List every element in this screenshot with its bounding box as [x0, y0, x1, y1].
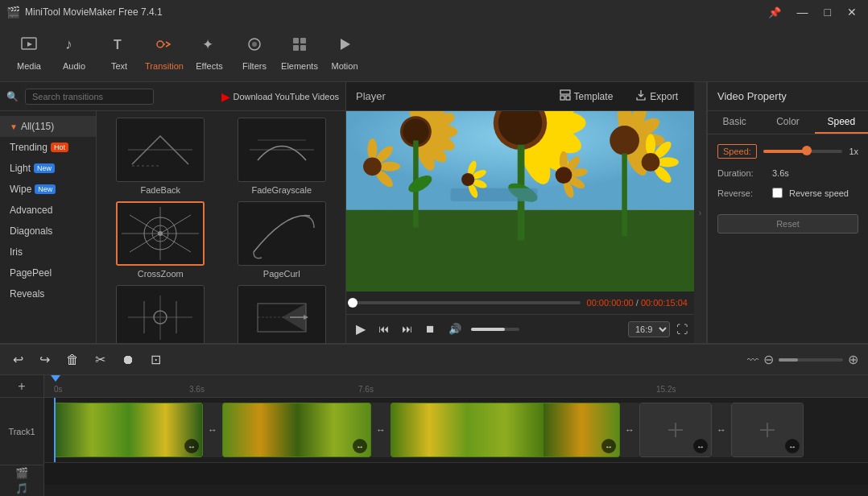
clip2-swap-button[interactable]: ↔ — [353, 439, 367, 453]
progress-area: 00:00:00:00 / 00:00:15:04 — [346, 291, 694, 314]
template-button[interactable]: Template — [553, 86, 620, 106]
toolbar-elements[interactable]: Elements — [277, 29, 322, 77]
video-clip-1[interactable]: ↔ — [54, 403, 203, 457]
media-label: Media — [17, 61, 41, 71]
category-diagonals[interactable]: Diagonals — [0, 221, 96, 242]
hot-badge: Hot — [51, 143, 68, 152]
svg-point-94 — [556, 167, 572, 184]
record-button[interactable]: ⏺ — [118, 349, 138, 370]
clip1-swap-button[interactable]: ↔ — [184, 439, 199, 453]
export-button[interactable]: Export — [629, 86, 684, 106]
category-advanced[interactable]: Advanced — [0, 200, 96, 221]
elements-icon — [291, 35, 308, 58]
minimize-button[interactable]: — — [792, 4, 813, 20]
category-trending[interactable]: Trending Hot — [0, 137, 96, 158]
category-wipe[interactable]: Wipe New — [0, 179, 96, 200]
video-clip-3[interactable]: ↔ — [391, 403, 620, 457]
video-track-icon: 🎬 — [15, 467, 28, 479]
zoom-out-button[interactable]: ⊖ — [763, 352, 774, 367]
transition-burn[interactable]: Burn — [103, 285, 218, 343]
toolbar-transition[interactable]: Transition — [142, 29, 187, 77]
toolbar-media[interactable]: Media — [6, 29, 52, 77]
zoom-in-button[interactable]: ⊕ — [848, 352, 858, 367]
transition-label: Transition — [145, 61, 184, 71]
toolbar-filters[interactable]: Filters — [232, 29, 277, 77]
speed-slider[interactable] — [763, 150, 843, 153]
motion-label: Motion — [331, 61, 358, 71]
transition-between-3-4[interactable]: ↔ — [620, 403, 639, 457]
track-labels: + Track1 🎬 🎵 — [0, 375, 44, 496]
toolbar-text[interactable]: T Text — [97, 29, 142, 77]
cut-button[interactable]: ✂ — [92, 349, 109, 370]
add-track-button[interactable]: + — [18, 379, 25, 394]
svg-point-4 — [157, 41, 163, 48]
tab-color[interactable]: Color — [761, 111, 814, 134]
time-marker-36: 3.6s — [189, 385, 205, 394]
transition-fadegrayscale[interactable]: FadeGrayscale — [225, 118, 340, 195]
transition-crosszoom[interactable]: CrossZoom — [103, 201, 218, 279]
download-button[interactable]: ▶ Download YouTube Videos — [221, 90, 340, 103]
fadegrayscale-thumb — [238, 118, 326, 182]
undo-button[interactable]: ↩ — [10, 349, 27, 370]
player-header: Player Template Export — [346, 82, 694, 111]
speed-fill — [763, 150, 807, 153]
next-frame-button[interactable]: ⏭ — [399, 321, 415, 337]
clip5-swap-button[interactable]: ↔ — [785, 439, 800, 453]
zoom-slider[interactable] — [779, 358, 843, 362]
speed-handle[interactable] — [802, 146, 812, 155]
reverse-checkbox[interactable] — [772, 188, 783, 198]
track-icon-labels: 🎬 🎵 — [0, 465, 43, 496]
waveform-icon[interactable]: 〰 — [747, 353, 758, 366]
categories-list: ▼ All(115) Trending Hot Light New Wipe N… — [0, 111, 97, 343]
tab-speed[interactable]: Speed — [815, 111, 868, 134]
toolbar-motion[interactable]: Motion — [322, 29, 367, 77]
category-iris[interactable]: Iris — [0, 242, 96, 262]
toolbar-audio[interactable]: ♪ Audio — [52, 29, 97, 77]
fullscreen-button[interactable]: ⛶ — [676, 323, 688, 336]
volume-slider[interactable] — [471, 328, 519, 331]
transition-between-4-5[interactable]: ↔ — [712, 403, 731, 457]
close-button[interactable]: ✕ — [842, 4, 862, 20]
redo-button[interactable]: ↪ — [36, 349, 53, 370]
pin-icon[interactable]: 📌 — [763, 5, 786, 20]
transition-fold[interactable]: Fold — [225, 285, 340, 343]
transition-fadeback[interactable]: FadeBack — [103, 118, 218, 195]
transition-between-1-2[interactable]: ↔ — [203, 403, 222, 457]
delete-button[interactable]: 🗑 — [63, 349, 82, 370]
playhead-triangle — [51, 375, 60, 382]
crop-button[interactable]: ⊡ — [147, 349, 164, 370]
maximize-button[interactable]: □ — [820, 4, 836, 20]
clip2-thumb — [223, 403, 370, 457]
category-reveals[interactable]: Reveals — [0, 283, 96, 304]
category-pagepeel[interactable]: PagePeel — [0, 262, 96, 283]
toolbar-effects[interactable]: ✦ Effects — [187, 29, 232, 77]
volume-icon[interactable]: 🔊 — [445, 321, 465, 337]
prev-frame-button[interactable]: ⏮ — [375, 321, 392, 337]
category-all[interactable]: ▼ All(115) — [0, 116, 96, 137]
zoom-fill — [779, 358, 798, 362]
timeline: ↩ ↪ 🗑 ✂ ⏺ ⊡ 〰 ⊖ ⊕ + Track1 🎬 🎵 — [0, 343, 868, 496]
export-icon — [635, 89, 647, 103]
progress-bar[interactable] — [353, 301, 581, 304]
svg-text:✦: ✦ — [202, 37, 213, 52]
category-light[interactable]: Light New — [0, 158, 96, 179]
search-input[interactable] — [25, 89, 154, 105]
video-clip-5[interactable]: ↔ — [731, 403, 804, 457]
progress-handle[interactable] — [348, 298, 358, 308]
transition-pagecurl[interactable]: PageCurl — [225, 201, 340, 279]
panel-header: 🔍 ▶ Download YouTube Videos — [0, 82, 345, 111]
video-clip-4[interactable]: ↔ — [639, 403, 712, 457]
play-button[interactable]: ▶ — [353, 320, 369, 338]
player-area: Player Template Export — [346, 82, 694, 343]
clip4-swap-button[interactable]: ↔ — [693, 439, 708, 453]
property-tabs: Basic Color Speed — [708, 111, 868, 134]
stop-button[interactable]: ⏹ — [422, 321, 439, 337]
video-clip-2[interactable]: ↔ — [222, 403, 371, 457]
reset-button[interactable]: Reset — [717, 214, 858, 234]
panel-toggle[interactable]: › — [694, 82, 707, 343]
transition-between-2-3[interactable]: ↔ — [371, 403, 391, 457]
clip3-swap-button[interactable]: ↔ — [601, 439, 616, 453]
aspect-ratio-select[interactable]: 16:9 4:3 1:1 — [628, 321, 670, 337]
playhead[interactable] — [54, 398, 56, 462]
tab-basic[interactable]: Basic — [708, 111, 761, 134]
